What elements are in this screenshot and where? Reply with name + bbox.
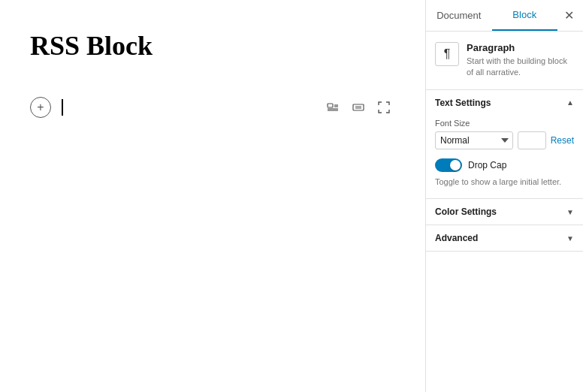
text-settings-chevron: ▲ — [566, 98, 574, 107]
text-settings-label: Text Settings — [435, 98, 491, 108]
editor-area: RSS Block + — [0, 0, 425, 392]
toolbar-right — [322, 96, 395, 119]
drop-cap-row: Drop Cap — [435, 158, 574, 172]
text-settings-body: Font Size Normal Small Medium Large Extr… — [426, 116, 583, 198]
drop-cap-label: Drop Cap — [468, 160, 506, 170]
wide-image-icon — [352, 101, 364, 113]
block-description-text: Start with the building block of all nar… — [467, 56, 574, 79]
advanced-label: Advanced — [435, 233, 478, 243]
advanced-chevron: ▼ — [566, 234, 574, 243]
font-size-reset-button[interactable]: Reset — [551, 135, 574, 146]
fullscreen-button[interactable] — [373, 96, 395, 119]
color-settings-chevron: ▼ — [566, 208, 574, 216]
wide-image-button[interactable] — [347, 96, 370, 119]
color-settings-section: Color Settings ▼ — [426, 199, 583, 225]
text-settings-header[interactable]: Text Settings ▲ — [426, 90, 583, 116]
editor-toolbar: + — [30, 96, 395, 119]
svg-rect-0 — [328, 104, 333, 107]
sidebar-tabs: Document Block ✕ — [426, 0, 583, 32]
align-image-button[interactable] — [322, 96, 344, 119]
toggle-thumb — [450, 160, 461, 170]
font-size-label: Font Size — [435, 119, 574, 128]
close-sidebar-button[interactable]: ✕ — [557, 5, 580, 27]
block-description: Paragraph Start with the building block … — [467, 42, 574, 79]
add-block-button[interactable]: + — [30, 97, 51, 118]
font-size-select[interactable]: Normal Small Medium Large Extra Large — [435, 131, 513, 149]
expand-icon — [378, 101, 390, 113]
block-icon: ¶ — [435, 42, 459, 66]
text-settings-section: Text Settings ▲ Font Size Normal Small M… — [426, 90, 583, 199]
page-title: RSS Block — [30, 30, 395, 62]
block-name: Paragraph — [467, 42, 574, 53]
drop-cap-toggle[interactable] — [435, 158, 462, 172]
advanced-section: Advanced ▼ — [426, 225, 583, 252]
tab-block[interactable]: Block — [492, 0, 558, 31]
svg-rect-5 — [353, 104, 364, 110]
font-size-row: Normal Small Medium Large Extra Large Re… — [435, 131, 574, 149]
tab-document[interactable]: Document — [426, 1, 492, 30]
font-size-number-input[interactable] — [518, 131, 546, 149]
plus-icon: + — [37, 101, 44, 113]
close-icon: ✕ — [564, 8, 574, 23]
advanced-header[interactable]: Advanced ▼ — [426, 225, 583, 251]
sidebar: Document Block ✕ ¶ Paragraph Start with … — [425, 0, 583, 392]
color-settings-header[interactable]: Color Settings ▼ — [426, 199, 583, 225]
drop-cap-hint: Toggle to show a large initial letter. — [435, 176, 574, 188]
text-cursor — [62, 99, 63, 116]
color-settings-label: Color Settings — [435, 207, 497, 217]
align-image-icon — [327, 101, 339, 113]
block-info: ¶ Paragraph Start with the building bloc… — [426, 32, 583, 90]
